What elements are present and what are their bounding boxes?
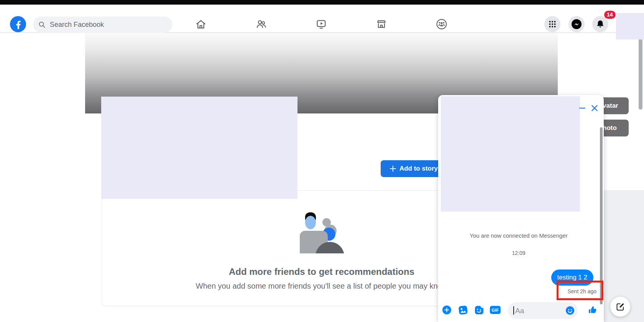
tab-watch[interactable] — [314, 17, 328, 31]
close-icon — [590, 104, 599, 113]
search-input[interactable] — [49, 20, 158, 29]
compose-icon — [615, 302, 625, 312]
tab-friends[interactable] — [255, 17, 268, 31]
illustration-person-face — [305, 216, 316, 229]
profile-picture[interactable] — [101, 97, 297, 199]
message-input[interactable] — [514, 302, 562, 320]
watch-icon — [315, 18, 327, 30]
bell-icon — [596, 20, 605, 29]
facebook-logo[interactable] — [10, 16, 26, 32]
plus-icon — [389, 165, 396, 172]
thumbs-up-icon — [588, 305, 598, 315]
facebook-logo-icon — [10, 16, 26, 32]
chat-scrollbar-thumb[interactable] — [600, 127, 603, 304]
search-bar[interactable] — [33, 16, 172, 33]
tab-marketplace[interactable] — [375, 17, 388, 31]
add-to-story-button[interactable]: Add to story — [381, 160, 447, 177]
plus-circle-icon — [442, 306, 451, 314]
tab-groups[interactable] — [435, 17, 449, 31]
page-scrollbar-thumb[interactable] — [639, 34, 642, 110]
facebook-navbar: 14 — [0, 5, 644, 33]
friends-icon — [255, 18, 268, 30]
chat-minimize-button[interactable] — [577, 103, 588, 113]
sticker-icon — [474, 305, 484, 315]
annotation-highlight-box — [557, 281, 603, 300]
chat-close-button[interactable] — [589, 103, 600, 113]
chat-add-attachment-button[interactable] — [442, 306, 451, 316]
add-to-story-label: Add to story — [399, 165, 438, 172]
tab-home[interactable] — [194, 17, 208, 31]
chat-emoji-button[interactable] — [565, 306, 575, 317]
marketplace-icon — [375, 18, 388, 30]
text-cursor — [513, 306, 514, 315]
new-message-button[interactable] — [610, 297, 630, 317]
notifications-button[interactable] — [592, 16, 608, 32]
friends-illustration — [293, 198, 351, 253]
notification-count-badge: 14 — [604, 11, 616, 19]
chat-photos-button[interactable] — [458, 305, 468, 317]
chat-gif-button[interactable]: GIF — [490, 306, 501, 314]
search-icon — [38, 21, 46, 28]
messenger-icon — [572, 19, 582, 29]
connected-status-text: You are now connected on Messenger — [438, 232, 599, 239]
home-icon — [195, 18, 207, 30]
photos-icon — [458, 305, 468, 315]
apps-menu-button[interactable] — [544, 16, 560, 32]
chat-like-button[interactable] — [588, 305, 598, 317]
chat-sticker-button[interactable] — [474, 305, 484, 317]
apps-grid-icon — [548, 20, 557, 28]
minimize-icon — [578, 104, 586, 112]
emoji-icon — [565, 306, 575, 315]
message-timestamp: 12:09 — [438, 250, 599, 256]
groups-icon — [435, 18, 448, 30]
chat-contact-header[interactable] — [441, 96, 580, 212]
gif-icon: GIF — [491, 308, 499, 312]
profile-avatar[interactable] — [616, 13, 644, 39]
facebook-profile-page: 14 Create with avatar Add Cover Photo — [0, 0, 644, 322]
message-input-pill[interactable] — [508, 302, 578, 319]
messenger-button[interactable] — [568, 16, 585, 32]
